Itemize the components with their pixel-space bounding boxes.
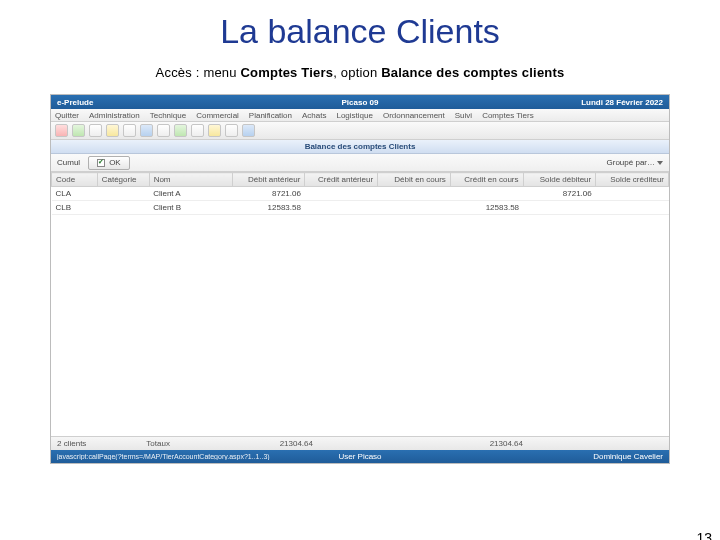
toolbar: [51, 122, 669, 140]
filter-bar: Cumul OK Groupé par…: [51, 154, 669, 172]
row-count: 2 clients: [57, 439, 86, 448]
check-icon: [97, 159, 105, 167]
chevron-down-icon: [657, 161, 663, 165]
totaux-label: Totaux: [146, 439, 170, 448]
status-bar: javascript:callPage(?terms=/MAP/TierAcco…: [51, 450, 669, 463]
toolbar-icon[interactable]: [89, 124, 102, 137]
header-row: Code Catégorie Nom Débit antérieur Crédi…: [52, 173, 669, 187]
page-number: 13: [696, 530, 712, 540]
toolbar-icon[interactable]: [140, 124, 153, 137]
ok-button[interactable]: OK: [88, 156, 130, 170]
toolbar-icon[interactable]: [55, 124, 68, 137]
menu-item[interactable]: Comptes Tiers: [482, 111, 534, 120]
table-row[interactable]: CLBClient B 12583.58 12583.58: [52, 201, 669, 215]
group-by-dropdown[interactable]: Groupé par…: [607, 158, 663, 167]
toolbar-icon[interactable]: [174, 124, 187, 137]
total-value: 21304.64: [243, 439, 313, 448]
view-title: Balance des comptes Clients: [51, 140, 669, 154]
col-header[interactable]: Crédit antérieur: [305, 173, 378, 187]
toolbar-icon[interactable]: [72, 124, 85, 137]
toolbar-icon[interactable]: [191, 124, 204, 137]
menu-item[interactable]: Quitter: [55, 111, 79, 120]
menu-item[interactable]: Commercial: [196, 111, 239, 120]
app-name: e-Prelude: [57, 98, 93, 107]
cumul-label: Cumul: [57, 158, 80, 167]
total-value: 21304.64: [453, 439, 523, 448]
col-header[interactable]: Solde débiteur: [523, 173, 596, 187]
toolbar-icon[interactable]: [106, 124, 119, 137]
col-header[interactable]: Nom: [149, 173, 232, 187]
toolbar-icon[interactable]: [242, 124, 255, 137]
app-date: Lundi 28 Février 2022: [581, 98, 663, 107]
toolbar-icon[interactable]: [157, 124, 170, 137]
table-row[interactable]: CLAClient A 8721.06 8721.06: [52, 187, 669, 201]
col-header[interactable]: Débit en cours: [378, 173, 451, 187]
menu-item[interactable]: Suivi: [455, 111, 472, 120]
menu-item[interactable]: Administration: [89, 111, 140, 120]
col-header[interactable]: Code: [52, 173, 98, 187]
toolbar-icon[interactable]: [208, 124, 221, 137]
data-table: Code Catégorie Nom Débit antérieur Crédi…: [51, 172, 669, 436]
toolbar-icon[interactable]: [225, 124, 238, 137]
menubar: Quitter Administration Technique Commerc…: [51, 109, 669, 122]
col-header[interactable]: Catégorie: [97, 173, 149, 187]
app-titlebar: e-Prelude Picaso 09 Lundi 28 Février 202…: [51, 95, 669, 109]
menu-item[interactable]: Logistique: [336, 111, 372, 120]
app-window: e-Prelude Picaso 09 Lundi 28 Février 202…: [50, 94, 670, 464]
document-name: Picaso 09: [51, 98, 669, 107]
toolbar-icon[interactable]: [123, 124, 136, 137]
menu-item[interactable]: Technique: [150, 111, 186, 120]
slide-title: La balance Clients: [0, 12, 720, 51]
col-header[interactable]: Débit antérieur: [232, 173, 305, 187]
menu-item[interactable]: Ordonnancement: [383, 111, 445, 120]
slide-subtitle: Accès : menu Comptes Tiers, option Balan…: [0, 65, 720, 80]
status-author: Dominique Cavelier: [593, 452, 663, 461]
menu-item[interactable]: Achats: [302, 111, 326, 120]
summary-bar: 2 clients Totaux 21304.64 21304.64: [51, 436, 669, 450]
col-header[interactable]: Crédit en cours: [450, 173, 523, 187]
col-header[interactable]: Solde créditeur: [596, 173, 669, 187]
status-left: javascript:callPage(?terms=/MAP/TierAcco…: [57, 453, 270, 460]
menu-item[interactable]: Planification: [249, 111, 292, 120]
